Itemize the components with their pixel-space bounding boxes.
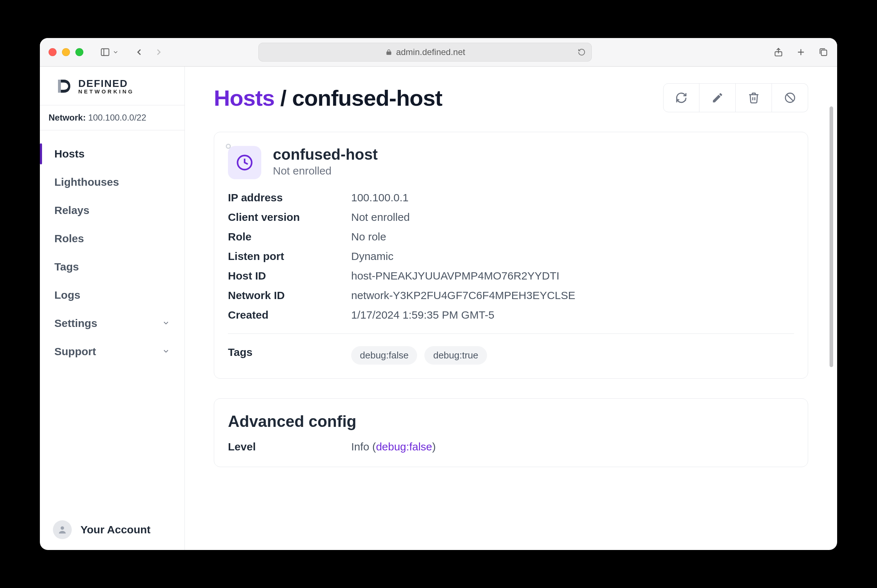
advanced-level-link[interactable]: debug:false (376, 441, 432, 453)
tag-chip[interactable]: debug:true (424, 346, 487, 364)
sidebar-item-label: Lighthouses (54, 176, 119, 188)
share-button[interactable] (773, 47, 784, 57)
avatar-icon (53, 520, 72, 539)
main-content: Hosts / confused-host (185, 67, 837, 550)
scrollbar[interactable] (829, 106, 833, 367)
host-properties: IP address100.100.0.1Client versionNot e… (228, 192, 794, 321)
svg-rect-6 (58, 80, 61, 93)
sidebar-item-label: Hosts (54, 148, 84, 160)
page-title: Hosts / confused-host (214, 85, 442, 111)
sidebar-item-label: Relays (54, 204, 90, 216)
chevron-down-icon (162, 345, 170, 358)
field-value: 1/17/2024 1:59:35 PM GMT-5 (351, 309, 794, 321)
account-switcher[interactable]: Your Account (40, 509, 185, 550)
address-bar-text: admin.defined.net (396, 47, 465, 57)
forward-button[interactable] (153, 47, 164, 57)
new-tab-button[interactable] (796, 47, 806, 57)
field-value: 100.100.0.1 (351, 192, 794, 204)
sidebar-item-roles[interactable]: Roles (40, 225, 185, 253)
chevron-down-icon (112, 49, 119, 56)
clock-icon (228, 146, 261, 179)
tabs-overview-button[interactable] (818, 47, 829, 57)
field-label: Role (228, 231, 351, 243)
host-name: confused-host (273, 146, 378, 163)
brand-tagline: NETWORKING (78, 89, 134, 94)
sidebar-item-label: Tags (54, 261, 79, 273)
page-actions (663, 83, 808, 112)
back-button[interactable] (134, 47, 144, 57)
crumb-root[interactable]: Hosts (214, 86, 274, 110)
sidebar-nav: HostsLighthousesRelaysRolesTagsLogsSetti… (40, 130, 185, 509)
sidebar-icon (100, 47, 110, 57)
chevron-down-icon (162, 317, 170, 330)
sidebar-item-support[interactable]: Support (40, 338, 185, 366)
window-controls (48, 48, 83, 56)
sidebar-item-hosts[interactable]: Hosts (40, 140, 185, 168)
tags-row: debug:falsedebug:true (351, 346, 794, 364)
host-status: Not enrolled (273, 165, 378, 177)
tags-label: Tags (228, 346, 351, 364)
sidebar-item-label: Support (54, 345, 96, 358)
block-button[interactable] (772, 83, 808, 112)
account-label: Your Account (80, 524, 150, 536)
field-value: Not enrolled (351, 211, 794, 224)
sidebar-item-label: Logs (54, 289, 80, 301)
browser-toolbar: admin.defined.net (40, 38, 837, 67)
network-indicator: Network: 100.100.0.0/22 (40, 105, 185, 130)
advanced-config-card: Advanced config Level Info (debug:false) (214, 398, 808, 467)
svg-line-9 (787, 94, 793, 101)
app-window: admin.defined.net DEFI (40, 38, 837, 550)
svg-rect-5 (821, 50, 827, 56)
address-bar[interactable]: admin.defined.net (259, 43, 592, 62)
sidebar-item-label: Roles (54, 232, 84, 245)
svg-point-7 (60, 526, 64, 530)
field-value: network-Y3KP2FU4GF7C6F4MPEH3EYCLSE (351, 289, 794, 302)
brand-logo-icon (55, 78, 72, 95)
field-label: Created (228, 309, 351, 321)
field-value: Dynamic (351, 250, 794, 262)
crumb-leaf: confused-host (292, 86, 442, 110)
lock-icon (385, 48, 393, 56)
status-dot-icon (226, 144, 231, 149)
advanced-level-value: Info (debug:false) (351, 441, 794, 453)
svg-rect-0 (101, 49, 109, 56)
sidebar-item-logs[interactable]: Logs (40, 281, 185, 309)
brand-name: DEFINED (78, 79, 134, 89)
field-label: IP address (228, 192, 351, 204)
tag-chip[interactable]: debug:false (351, 346, 417, 364)
reload-icon[interactable] (578, 48, 586, 56)
advanced-level-label: Level (228, 441, 351, 453)
sidebar-item-lighthouses[interactable]: Lighthouses (40, 168, 185, 196)
sidebar-item-settings[interactable]: Settings (40, 309, 185, 338)
toggle-sidebar-button[interactable] (100, 47, 119, 57)
host-status-icon-wrap (228, 146, 261, 179)
sidebar-item-tags[interactable]: Tags (40, 253, 185, 281)
sidebar-item-relays[interactable]: Relays (40, 196, 185, 225)
field-label: Host ID (228, 270, 351, 282)
network-cidr: 100.100.0.0/22 (88, 112, 146, 122)
close-window-button[interactable] (48, 48, 57, 56)
field-label: Network ID (228, 289, 351, 302)
host-card: confused-host Not enrolled IP address100… (214, 132, 808, 379)
divider (228, 333, 794, 334)
crumb-separator: / (280, 86, 286, 110)
fullscreen-window-button[interactable] (75, 48, 83, 56)
nav-cluster (134, 47, 164, 57)
field-value: No role (351, 231, 794, 243)
network-label: Network: (48, 112, 86, 122)
sidebar-item-label: Settings (54, 317, 97, 330)
delete-button[interactable] (736, 83, 772, 112)
refresh-button[interactable] (663, 83, 699, 112)
app-sidebar: DEFINED NETWORKING Network: 100.100.0.0/… (40, 67, 185, 550)
edit-button[interactable] (699, 83, 736, 112)
field-label: Client version (228, 211, 351, 224)
minimize-window-button[interactable] (62, 48, 70, 56)
field-value: host-PNEAKJYUUAVPMP4MO76R2YYDTI (351, 270, 794, 282)
brand[interactable]: DEFINED NETWORKING (40, 67, 185, 105)
advanced-heading: Advanced config (228, 412, 794, 430)
field-label: Listen port (228, 250, 351, 262)
